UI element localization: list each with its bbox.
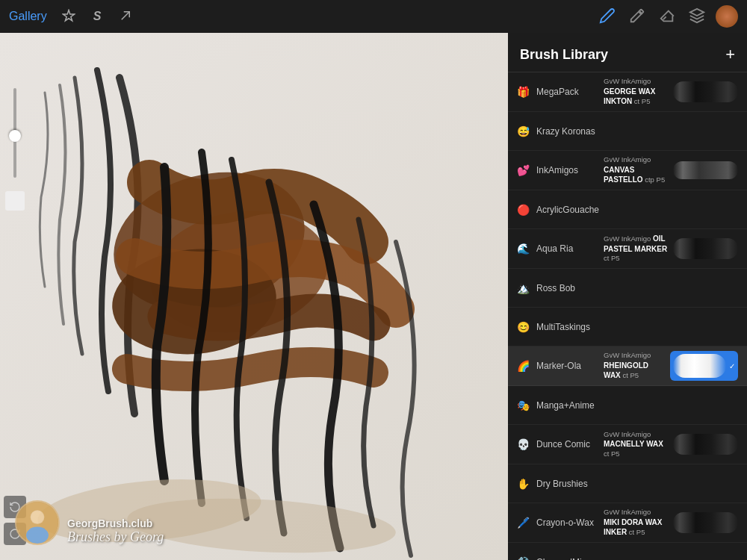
- brush-emoji: 🏔️: [517, 282, 530, 294]
- brush-category-name: AcrylicGouache: [536, 205, 599, 215]
- brush-category: ⚒️ CharcoalMine: [517, 556, 599, 561]
- brush-item-left: ⚒️ CharcoalMine: [517, 556, 599, 561]
- brush-preview: [673, 429, 738, 459]
- brush-strokes-svg: [0, 33, 508, 560]
- toolbar: Gallery S: [0, 0, 747, 33]
- brush-list-item[interactable]: 😅 Krazy Koronas: [508, 112, 747, 151]
- brush-preview: [673, 508, 738, 538]
- brush-emoji: 🌊: [517, 243, 530, 255]
- brush-category: 🌊 Aqua Ria: [517, 243, 599, 255]
- magic-tool-button[interactable]: [59, 6, 78, 28]
- brush-list-item[interactable]: 🎁 MegaPack GvW InkAmigo GEORGE WAX INKTO…: [508, 72, 747, 112]
- brush-emoji: 🔴: [517, 204, 530, 216]
- brush-item-left: 🔴 AcrylicGouache: [517, 204, 599, 216]
- brush-list-item[interactable]: 🖊️ Crayon-o-Wax GvW InkAmigo MIKI DORA W…: [508, 503, 747, 543]
- brush-item-left: 🌊 Aqua Ria: [517, 243, 599, 255]
- brush-emoji: 😅: [517, 125, 530, 137]
- eraser-tool-button[interactable]: [656, 4, 678, 29]
- brush-preview: [673, 234, 738, 264]
- brush-list-item[interactable]: 😊 MultiTaskings: [508, 308, 747, 346]
- brush-category-name: Krazy Koronas: [536, 126, 595, 137]
- brush-info: GvW InkAmigo OIL PASTEL MARKER ct P5: [599, 234, 673, 263]
- brush-emoji: 🎭: [517, 399, 530, 411]
- brush-emoji: 🖊️: [517, 517, 530, 529]
- brush-label: GvW InkAmigo MACNELLY WAX ct P5: [604, 430, 669, 458]
- brush-list-item[interactable]: 🔴 AcrylicGouache: [508, 190, 747, 229]
- brush-category: 🏔️ Ross Bob: [517, 282, 599, 294]
- brush-preview: [673, 155, 738, 185]
- brush-info: GvW InkAmigo MACNELLY WAX ct P5: [599, 430, 673, 458]
- brush-category-name: Ross Bob: [536, 283, 575, 293]
- brush-info: GvW InkAmigo MIKI DORA WAX INKER ct P5: [599, 508, 673, 537]
- brush-category-name: CharcoalMine: [536, 557, 592, 561]
- brush-label: GvW InkAmigo MIKI DORA WAX INKER ct P5: [604, 508, 669, 537]
- arrow-tool-button[interactable]: [116, 6, 135, 28]
- brush-category-name: Aqua Ria: [536, 243, 573, 254]
- brush-category: 🎁 MegaPack: [517, 86, 599, 98]
- brush-category-name: MultiTaskings: [536, 322, 590, 332]
- brush-preview: ✓: [670, 351, 738, 381]
- tagline: Brushes by Georg: [67, 529, 164, 545]
- brush-list-item[interactable]: 🏔️ Ross Bob: [508, 269, 747, 308]
- canvas-background: [0, 33, 508, 560]
- brush-category: 🔴 AcrylicGouache: [517, 204, 599, 216]
- brush-list-item[interactable]: 💀 Dunce Comic GvW InkAmigo MACNELLY WAX …: [508, 425, 747, 464]
- brush-category-name: Dry Brushies: [536, 479, 588, 489]
- brush-size-slider[interactable]: [13, 88, 16, 178]
- brush-list-item[interactable]: 🎭 Manga+Anime: [508, 386, 747, 425]
- brush-preview: [673, 77, 738, 107]
- brush-emoji: ⚒️: [517, 556, 530, 561]
- brush-item-left: 🏔️ Ross Bob: [517, 282, 599, 294]
- svg-point-6: [125, 493, 397, 559]
- brush-item-left: 💕 InkAmigos: [517, 164, 599, 176]
- brush-item-left: 🌈 Marker-Ola: [517, 360, 599, 372]
- watermark-logo: GeorgBrush.club Brushes by Georg: [15, 500, 164, 545]
- brush-list-item[interactable]: ✋ Dry Brushies: [508, 464, 747, 503]
- brush-label: GvW InkAmigo RHEINGOLD WAX ct P5: [604, 351, 666, 380]
- brush-emoji: 🎁: [517, 86, 530, 98]
- toolbar-right: [596, 4, 738, 29]
- brush-list-item[interactable]: 🌈 Marker-Ola GvW InkAmigo RHEINGOLD WAX …: [508, 346, 747, 386]
- logo-avatar: [15, 500, 60, 545]
- brush-label: GvW InkAmigo GEORGE WAX INKTON ct P5: [604, 77, 669, 106]
- brush-info: GvW InkAmigo GEORGE WAX INKTON ct P5: [599, 77, 673, 106]
- brush-item-left: ✋ Dry Brushies: [517, 478, 599, 490]
- brush-emoji: ✋: [517, 478, 530, 490]
- svg-line-0: [122, 11, 130, 19]
- brush-item-left: 🎭 Manga+Anime: [517, 399, 599, 411]
- add-brush-button[interactable]: +: [725, 45, 735, 64]
- svg-point-9: [26, 527, 49, 544]
- brush-category: 🎭 Manga+Anime: [517, 399, 599, 411]
- brush-list-item[interactable]: ⚒️ CharcoalMine: [508, 543, 747, 560]
- color-swatch-1[interactable]: [5, 191, 25, 211]
- layers-tool-button[interactable]: [686, 4, 708, 29]
- brush-category: 💀 Dunce Comic: [517, 438, 599, 450]
- brush-category: 💕 InkAmigos: [517, 164, 599, 176]
- brush-list-item[interactable]: 🌊 Aqua Ria GvW InkAmigo OIL PASTEL MARKE…: [508, 229, 747, 269]
- watermark-text: GeorgBrush.club Brushes by Georg: [67, 517, 164, 545]
- canvas-area[interactable]: GeorgBrush.club Brushes by Georg: [0, 33, 508, 560]
- site-name: GeorgBrush.club: [67, 517, 164, 529]
- brush-emoji: 😊: [517, 321, 530, 333]
- brush-emoji: 💕: [517, 164, 530, 176]
- brush-category-name: MegaPack: [536, 87, 579, 97]
- slider-thumb: [9, 130, 21, 142]
- brush-category-name: Manga+Anime: [536, 400, 595, 411]
- brush-category-name: InkAmigos: [536, 165, 578, 175]
- brush-item-left: 🖊️ Crayon-o-Wax: [517, 517, 599, 529]
- brush-tool-button[interactable]: [626, 4, 648, 29]
- brush-list-item[interactable]: 💕 InkAmigos GvW InkAmigo CANVAS PASTELLO…: [508, 151, 747, 190]
- svg-point-10: [31, 511, 44, 523]
- brush-info: GvW InkAmigo RHEINGOLD WAX ct P5: [599, 351, 670, 380]
- brush-library-panel: Brush Library + 🎁 MegaPack GvW InkAmigo …: [508, 33, 747, 560]
- brush-category-name: Crayon-o-Wax: [536, 517, 594, 528]
- s-tool-button[interactable]: S: [90, 7, 105, 26]
- panel-header: Brush Library +: [508, 33, 747, 72]
- brush-category-name: Marker-Ola: [536, 361, 581, 371]
- avatar[interactable]: [716, 5, 738, 28]
- gallery-button[interactable]: Gallery: [9, 10, 47, 23]
- pencil-tool-button[interactable]: [596, 4, 619, 29]
- brush-item-left: 😅 Krazy Koronas: [517, 125, 599, 137]
- brush-category: ✋ Dry Brushies: [517, 478, 599, 490]
- brush-item-left: 🎁 MegaPack: [517, 86, 599, 98]
